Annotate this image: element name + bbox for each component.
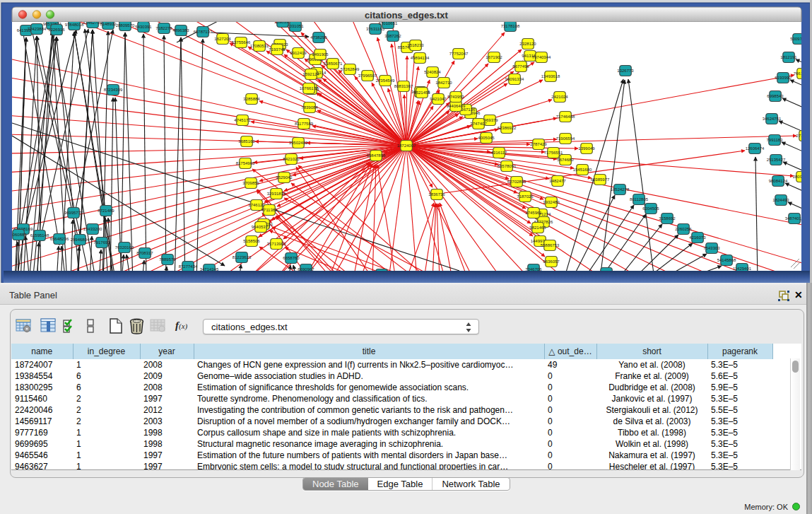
svg-text:79740344: 79740344	[532, 55, 551, 59]
svg-text:37996507: 37996507	[358, 74, 377, 78]
svg-text:2421024: 2421024	[551, 95, 568, 99]
svg-text:1745961: 1745961	[525, 211, 542, 215]
svg-text:11429401: 11429401	[733, 267, 752, 271]
svg-text:10524278: 10524278	[611, 187, 630, 192]
svg-text:8708317: 8708317	[136, 251, 153, 255]
svg-text:1399049: 1399049	[578, 146, 595, 151]
svg-text:6998543: 6998543	[767, 94, 784, 98]
svg-text:17080531: 17080531	[250, 44, 269, 48]
svg-text:4060883: 4060883	[10, 233, 27, 237]
svg-text:28809570: 28809570	[116, 23, 135, 28]
svg-text:1592124: 1592124	[302, 72, 319, 76]
svg-text:81177589: 81177589	[295, 122, 314, 126]
svg-text:7991183: 7991183	[767, 138, 784, 142]
svg-text:4745171: 4745171	[234, 118, 251, 122]
svg-text:49894134: 49894134	[411, 56, 430, 60]
svg-text:51850671: 51850671	[324, 62, 343, 66]
svg-text:60385977: 60385977	[591, 177, 610, 182]
svg-text:1491905: 1491905	[312, 52, 329, 57]
svg-text:80112805: 80112805	[630, 197, 649, 201]
svg-text:1671902: 1671902	[486, 55, 502, 59]
svg-text:9743953: 9743953	[447, 95, 464, 99]
svg-text:71746488: 71746488	[556, 115, 575, 119]
svg-text:65648236: 65648236	[50, 237, 69, 241]
svg-text:5158506: 5158506	[243, 239, 260, 243]
svg-text:2260256: 2260256	[675, 227, 692, 231]
svg-text:3518233: 3518233	[407, 43, 424, 47]
svg-text:81754965: 81754965	[236, 161, 255, 165]
svg-text:6193990: 6193990	[775, 76, 792, 80]
svg-text:4738299: 4738299	[310, 35, 327, 40]
svg-text:4711382: 4711382	[261, 208, 278, 212]
svg-text:1326773: 1326773	[617, 69, 634, 73]
svg-text:citations_edges.txt: citations_edges.txt	[365, 10, 448, 21]
svg-text:3482477: 3482477	[549, 179, 566, 183]
svg-text:87234309: 87234309	[104, 88, 123, 92]
svg-text:73178108: 73178108	[501, 24, 520, 28]
svg-text:34874016: 34874016	[785, 216, 804, 221]
svg-text:9636057: 9636057	[543, 259, 560, 264]
svg-text:57262849: 57262849	[341, 67, 360, 71]
svg-text:55886753: 55886753	[541, 243, 560, 247]
svg-text:96405377: 96405377	[252, 225, 271, 229]
svg-text:5674680: 5674680	[557, 158, 574, 162]
svg-text:81223623: 81223623	[233, 255, 252, 259]
svg-text:6204505: 6204505	[642, 206, 659, 211]
svg-text:5430391: 5430391	[135, 25, 152, 29]
svg-text:15451680: 15451680	[573, 168, 592, 172]
svg-text:8148932: 8148932	[100, 22, 117, 26]
svg-text:9912419: 9912419	[290, 51, 307, 55]
svg-text:1627204: 1627204	[214, 37, 231, 41]
svg-text:72423884: 72423884	[28, 27, 47, 31]
svg-text:3285884: 3285884	[243, 97, 260, 101]
svg-text:87277434: 87277434	[179, 264, 198, 269]
svg-text:3158692: 3158692	[659, 216, 676, 221]
svg-text:10766177: 10766177	[300, 86, 319, 90]
svg-text:5240824: 5240824	[424, 70, 441, 74]
svg-text:1842710: 1842710	[435, 81, 452, 85]
svg-text:13493618: 13493618	[541, 74, 560, 78]
svg-text:7182278: 7182278	[155, 26, 172, 30]
svg-text:7917693: 7917693	[93, 240, 110, 245]
svg-text:34624751: 34624751	[763, 117, 782, 121]
svg-text:97848018: 97848018	[65, 23, 84, 27]
svg-text:9821465: 9821465	[529, 226, 546, 230]
svg-text:86578091: 86578091	[498, 164, 517, 168]
svg-text:2787429: 2787429	[530, 142, 547, 146]
svg-text:18724007: 18724007	[397, 144, 416, 148]
svg-text:1226916: 1226916	[48, 28, 65, 32]
svg-text:13433200: 13433200	[83, 227, 102, 231]
svg-text:8421020: 8421020	[283, 157, 300, 161]
svg-text:4896383: 4896383	[172, 28, 189, 33]
svg-text:8677496: 8677496	[512, 64, 529, 69]
svg-text:80831367: 80831367	[394, 84, 413, 88]
svg-text:4316117: 4316117	[491, 151, 508, 155]
svg-text:62702895: 62702895	[507, 180, 526, 184]
svg-text:6658760: 6658760	[283, 256, 300, 260]
svg-text:9521456: 9521456	[413, 90, 430, 95]
svg-text:36995777: 36995777	[64, 211, 83, 215]
svg-text:7839084: 7839084	[301, 105, 318, 110]
svg-text:3685160: 3685160	[238, 139, 255, 144]
svg-text:9421047: 9421047	[430, 97, 447, 101]
svg-text:98084124: 98084124	[769, 179, 788, 183]
svg-text:77752047: 77752047	[449, 52, 469, 56]
svg-text:8721489: 8721489	[98, 209, 114, 213]
svg-text:94406409: 94406409	[447, 104, 466, 108]
svg-text:69847896: 69847896	[367, 153, 386, 158]
svg-text:1812191: 1812191	[780, 55, 797, 59]
svg-text:32931839: 32931839	[267, 192, 286, 196]
svg-text:76320163: 76320163	[115, 245, 134, 250]
svg-text:4216073: 4216073	[689, 235, 706, 240]
svg-text:71906594: 71906594	[556, 136, 575, 141]
svg-text:3529042: 3529042	[276, 175, 293, 180]
svg-text:3387262: 3387262	[384, 34, 401, 38]
svg-text:39502402: 39502402	[289, 141, 308, 145]
svg-text:7889579: 7889579	[159, 257, 176, 262]
svg-text:62386922: 62386922	[498, 126, 517, 130]
svg-text:53755646: 53755646	[232, 40, 251, 45]
svg-text:1836736: 1836736	[428, 192, 445, 197]
svg-text:2328120: 2328120	[519, 42, 536, 46]
svg-text:31713900: 31713900	[267, 242, 286, 246]
svg-text:25135427: 25135427	[767, 158, 786, 162]
